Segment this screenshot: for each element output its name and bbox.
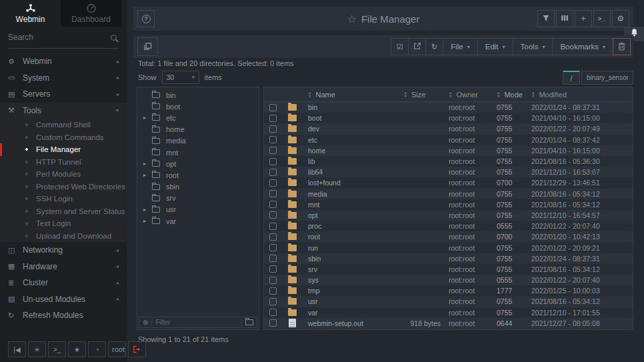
sidebar-item-hardware[interactable]: ▦Hardware◂: [0, 259, 127, 275]
row-checkbox[interactable]: [269, 265, 277, 273]
table-row[interactable]: binroot:root07552022/01/24 - 08:37:31: [264, 102, 633, 113]
table-row[interactable]: homeroot:root07552021/04/10 - 16:15:00: [264, 145, 633, 156]
expander-icon[interactable]: ▸: [143, 115, 152, 121]
sidebar-item-command-shell[interactable]: Command Shell: [0, 119, 127, 131]
table-row[interactable]: mediaroot:root07552021/08/16 - 05:34:12: [264, 189, 633, 199]
table-row[interactable]: tmproot:root17772022/01/25 - 10:00:03: [264, 285, 633, 296]
filter-clear-icon[interactable]: ⊗: [143, 319, 148, 326]
row-checkbox[interactable]: [269, 169, 277, 176]
tab-webmin[interactable]: Webmin: [0, 0, 61, 27]
share-button[interactable]: [408, 38, 426, 55]
table-row[interactable]: rootroot:root07002022/01/20 - 10:42:13: [264, 231, 633, 242]
star-outline-icon[interactable]: ☆: [347, 13, 357, 25]
sidebar-item-servers[interactable]: ▤Servers◂: [0, 86, 127, 103]
expander-icon[interactable]: ▸: [143, 161, 152, 167]
table-row[interactable]: varroot:root07552021/12/10 - 17:01:55: [264, 307, 633, 318]
terminal-prompt-button[interactable]: >_: [593, 10, 611, 27]
terminal-button[interactable]: >_: [48, 341, 66, 357]
expander-icon[interactable]: ▸: [143, 207, 152, 213]
filter-button[interactable]: [537, 10, 555, 27]
row-checkbox[interactable]: [269, 211, 277, 219]
row-checkbox[interactable]: [269, 147, 277, 154]
column-header-modified[interactable]: Modified: [531, 91, 633, 99]
table-row[interactable]: devroot:root07552022/01/22 - 20:07:49: [264, 123, 633, 134]
sidebar-item-http-tunnel[interactable]: HTTP Tunnel: [0, 156, 127, 169]
tree-item-mnt[interactable]: mnt: [137, 147, 259, 158]
tree-filter-input[interactable]: [155, 319, 238, 326]
settings-gear-button[interactable]: ⚙: [612, 10, 629, 27]
collapse-sidebar-button[interactable]: |◀: [8, 341, 26, 357]
select-all-button[interactable]: ☑: [391, 38, 409, 55]
row-checkbox[interactable]: [269, 104, 277, 111]
table-row[interactable]: sysroot:root05552022/01/22 - 20:07:40: [264, 275, 633, 285]
row-checkbox[interactable]: [269, 298, 277, 305]
palette-button[interactable]: ◔: [88, 341, 106, 357]
tree-item-boot[interactable]: boot: [137, 101, 259, 112]
row-checkbox[interactable]: [269, 179, 277, 187]
tree-item-sbin[interactable]: sbin: [137, 181, 259, 193]
table-row[interactable]: mntroot:root07552021/08/16 - 05:34:12: [264, 199, 633, 210]
row-checkbox[interactable]: [269, 125, 277, 133]
menu-file[interactable]: File▾: [443, 38, 478, 55]
theme-light-button[interactable]: ☀: [28, 341, 46, 357]
row-checkbox[interactable]: [269, 158, 277, 165]
table-row[interactable]: libroot:root07552021/08/16 - 05:36:30: [264, 156, 633, 167]
row-checkbox[interactable]: [269, 115, 277, 122]
sidebar-item-protected-web-directories[interactable]: Protected Web Directories: [0, 181, 127, 193]
row-checkbox[interactable]: [269, 136, 277, 143]
page-size-select[interactable]: 30 ▾: [162, 71, 199, 84]
column-header-owner[interactable]: Owner: [449, 91, 497, 99]
row-checkbox[interactable]: [269, 233, 277, 241]
folder-icon[interactable]: [245, 319, 253, 325]
user-button[interactable]: root: [108, 341, 126, 357]
column-header-mode[interactable]: Mode: [497, 91, 531, 99]
favorites-button[interactable]: ★: [68, 341, 86, 357]
tree-item-srv[interactable]: srv: [137, 193, 259, 204]
table-row[interactable]: procroot:root05552022/01/22 - 20:07:40: [264, 221, 633, 231]
menu-edit[interactable]: Edit▾: [477, 38, 513, 55]
sidebar-item-refresh-modules[interactable]: ↻Refresh Modules: [0, 307, 127, 324]
row-checkbox[interactable]: [269, 223, 277, 230]
paste-buffer-button[interactable]: [137, 37, 158, 56]
tree-item-bin[interactable]: bin: [137, 89, 259, 101]
tree-item-usr[interactable]: ▸usr: [137, 204, 259, 215]
sidebar-item-tools[interactable]: ⚒Tools▾: [0, 103, 127, 119]
column-header-size[interactable]: Size: [389, 91, 449, 99]
logout-button[interactable]: [128, 341, 146, 357]
table-row[interactable]: sbinroot:root07552022/01/24 - 08:37:31: [264, 253, 633, 264]
sidebar-item-text-login[interactable]: Text Login: [0, 217, 127, 230]
tab-dashboard[interactable]: Dashboard: [61, 0, 121, 27]
menu-bookmarks[interactable]: Bookmarks▾: [552, 38, 613, 55]
table-row[interactable]: usrroot:root07552021/08/16 - 05:34:12: [264, 296, 633, 307]
tree-item-root[interactable]: ▸root: [137, 169, 259, 181]
table-row[interactable]: etcroot:root07552022/01/24 - 08:37:42: [264, 135, 633, 145]
tree-item-home[interactable]: home: [137, 124, 259, 135]
search-icon[interactable]: [111, 35, 117, 41]
columns-button[interactable]: [556, 10, 573, 27]
file-search-input[interactable]: [581, 71, 633, 85]
sidebar-item-file-manager[interactable]: File Manager: [0, 143, 127, 156]
table-row[interactable]: bootroot:root07552021/04/10 - 16:15:00: [264, 113, 633, 123]
table-row[interactable]: webmin-setup.out918 bytesroot:root064420…: [264, 318, 633, 329]
delete-button[interactable]: [613, 38, 631, 55]
sidebar-item-webmin[interactable]: ⚙Webmin◂: [0, 53, 127, 70]
row-checkbox[interactable]: [269, 277, 277, 284]
row-checkbox[interactable]: [269, 319, 277, 327]
help-button[interactable]: ?: [137, 10, 155, 27]
sidebar-item-system-and-server-status[interactable]: System and Server Status: [0, 205, 127, 218]
refresh-button[interactable]: ↻: [425, 38, 443, 55]
expander-icon[interactable]: ▸: [143, 218, 152, 224]
sidebar-item-ssh-login[interactable]: SSH Login: [0, 193, 127, 205]
tree-item-var[interactable]: ▸var: [137, 215, 259, 227]
tree-item-media[interactable]: media: [137, 135, 259, 147]
search-input[interactable]: [8, 33, 101, 42]
row-checkbox[interactable]: [269, 190, 277, 197]
row-checkbox[interactable]: [269, 201, 277, 208]
plus-button[interactable]: +: [575, 10, 592, 27]
menu-tools[interactable]: Tools▾: [513, 38, 553, 55]
tree-item-opt[interactable]: ▸opt: [137, 158, 259, 169]
row-checkbox[interactable]: [269, 287, 277, 295]
table-row[interactable]: runroot:root07552022/01/22 - 20:09:21: [264, 242, 633, 253]
expander-icon[interactable]: ▸: [143, 172, 152, 178]
breadcrumb-root[interactable]: /: [563, 71, 580, 85]
